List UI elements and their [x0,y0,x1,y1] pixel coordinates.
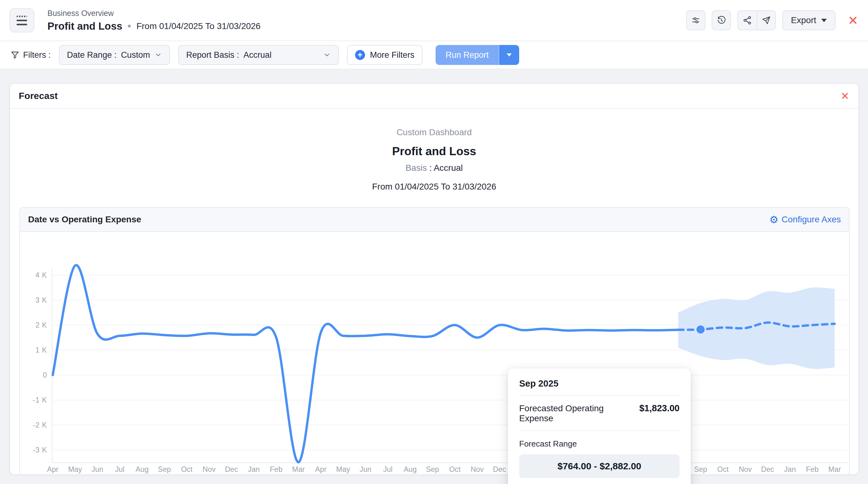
svg-text:0: 0 [43,371,47,379]
svg-text:2024: 2024 [402,473,418,475]
svg-text:1 K: 1 K [35,346,47,354]
svg-text:2023: 2023 [202,473,217,475]
run-report-button[interactable]: Run Report [436,45,499,65]
customize-report-button[interactable] [686,10,706,30]
svg-text:4 K: 4 K [35,271,47,279]
title-block: Business Overview Profit and Loss From 0… [48,9,260,32]
page-title: Profit and Loss [48,20,122,32]
chart-plot-area: 4 K3 K2 K1 K0-1 K-2 K-3 KApr2023May2023J… [20,232,849,475]
svg-text:2024: 2024 [269,473,284,475]
chart-header: Date vs Operating Expense ⚙ Configure Ax… [20,208,849,232]
top-header: Business Overview Profit and Loss From 0… [0,0,868,41]
share-send-group [737,10,776,30]
top-actions: Export [686,10,859,30]
report-basis-label: Report Basis : [186,50,239,60]
svg-text:Nov: Nov [739,465,752,474]
svg-text:2023: 2023 [224,473,239,475]
svg-text:May: May [336,465,350,474]
svg-text:-3 K: -3 K [33,446,47,454]
sliders-icon [691,16,701,25]
export-label: Export [791,15,816,25]
history-clock-icon [717,16,726,25]
tooltip-range-label: Forecast Range [519,439,680,449]
svg-text:Aug: Aug [135,465,149,474]
tooltip-metric-label: Forecasted Operating Expense [519,403,639,423]
svg-text:2024: 2024 [470,473,485,475]
svg-text:2023: 2023 [134,473,150,475]
svg-text:2023: 2023 [90,473,105,475]
chevron-down-icon [323,51,331,59]
chevron-down-icon [154,51,162,59]
svg-text:2025: 2025 [738,473,753,475]
svg-text:2025: 2025 [760,473,775,475]
page-content: Forecast Custom Dashboard Profit and Los… [0,69,868,483]
report-basis-select[interactable]: Report Basis : Accrual [178,45,339,65]
svg-text:2024: 2024 [380,473,396,475]
svg-text:-1 K: -1 K [33,396,47,404]
svg-text:Jul: Jul [115,465,124,474]
configure-axes-link[interactable]: ⚙ Configure Axes [769,215,841,225]
report-title: Profit and Loss [10,145,858,158]
svg-text:2024: 2024 [335,473,351,475]
svg-text:Sep: Sep [426,465,439,474]
menu-button[interactable] [9,8,34,32]
svg-text:Sep: Sep [694,465,707,474]
svg-text:2024: 2024 [358,473,373,475]
svg-text:2023: 2023 [67,473,83,475]
svg-text:Jun: Jun [91,465,103,474]
svg-text:Jan: Jan [784,465,796,474]
svg-text:2024: 2024 [447,473,462,475]
svg-text:Oct: Oct [181,465,192,474]
svg-text:Feb: Feb [270,465,283,474]
svg-text:2025: 2025 [693,473,708,475]
svg-text:Nov: Nov [471,465,484,474]
chart-title: Date vs Operating Expense [28,215,141,225]
chevron-down-icon [507,53,512,57]
menu-icon [17,16,27,17]
svg-text:Feb: Feb [806,465,819,474]
svg-text:2026: 2026 [805,473,820,475]
svg-text:Jul: Jul [383,465,393,474]
date-range-label: Date Range : [67,50,117,60]
svg-text:2023: 2023 [45,473,61,475]
svg-text:3 K: 3 K [35,296,47,304]
svg-text:Dec: Dec [225,465,238,474]
tooltip-metric-value: $1,823.00 [639,403,680,414]
chart-container: Date vs Operating Expense ⚙ Configure Ax… [19,207,849,475]
filter-bar: Filters : Date Range : Custom Report Bas… [0,41,868,69]
run-report-dropdown-button[interactable] [499,45,519,65]
report-meta: Custom Dashboard Profit and Loss Basis :… [10,127,858,192]
chart-tooltip: Sep 2025 Forecasted Operating Expense $1… [508,368,691,484]
tooltip-title: Sep 2025 [519,378,680,396]
plus-icon: + [355,50,365,60]
svg-text:Nov: Nov [203,465,216,474]
share-button[interactable] [738,11,756,30]
svg-text:2 K: 2 K [35,321,47,329]
svg-text:2023: 2023 [179,473,194,475]
svg-text:Oct: Oct [449,465,461,474]
forecast-title: Forecast [19,90,58,101]
export-button[interactable]: Export [782,10,836,30]
close-page-button[interactable] [847,15,859,26]
svg-text:-2 K: -2 K [33,421,47,429]
report-basis: Basis : Accrual [10,163,858,173]
svg-text:Sep: Sep [158,465,171,474]
tooltip-range-value: $764.00 - $2,882.00 [558,461,642,472]
svg-text:Mar: Mar [292,465,305,474]
close-forecast-button[interactable] [840,91,849,101]
svg-text:Dec: Dec [761,465,774,474]
send-button[interactable] [756,11,775,30]
report-basis-value: Accrual [243,50,272,60]
close-icon [840,91,849,101]
chart-svg[interactable]: 4 K3 K2 K1 K0-1 K-2 K-3 KApr2023May2023J… [20,232,849,475]
svg-text:Jan: Jan [248,465,259,474]
breadcrumb: Business Overview [48,9,260,18]
svg-text:2024: 2024 [492,473,507,475]
forecast-range-box: $764.00 - $2,882.00 [519,454,680,478]
more-filters-button[interactable]: + More Filters [347,45,423,65]
date-range-select[interactable]: Date Range : Custom [59,45,170,65]
svg-text:Jun: Jun [360,465,371,474]
svg-text:2024: 2024 [246,473,261,475]
share-icon [743,16,752,25]
report-history-button[interactable] [712,10,731,30]
